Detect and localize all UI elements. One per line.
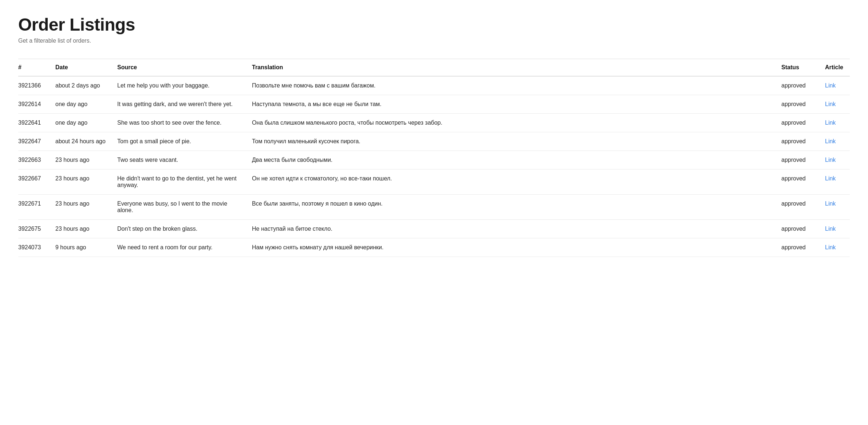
table-row: 3922647about 24 hours agoTom got a small… xyxy=(18,132,850,151)
table-row: 3922614one day agoIt was getting dark, a… xyxy=(18,95,850,114)
cell-id: 3922667 xyxy=(18,169,51,195)
table-row: 392266723 hours agoHe didn't want to go … xyxy=(18,169,850,195)
col-header-date: Date xyxy=(51,59,113,77)
cell-status: approved xyxy=(777,76,821,95)
col-header-hash: # xyxy=(18,59,51,77)
cell-id: 3922647 xyxy=(18,132,51,151)
col-header-article: Article xyxy=(821,59,850,77)
table-row: 3922641one day agoShe was too short to s… xyxy=(18,114,850,132)
cell-source: Let me help you with your baggage. xyxy=(113,76,248,95)
cell-status: approved xyxy=(777,114,821,132)
table-row: 392267123 hours agoEveryone was busy, so… xyxy=(18,195,850,220)
col-header-status: Status xyxy=(777,59,821,77)
cell-article-link[interactable]: Link xyxy=(821,132,850,151)
cell-source: It was getting dark, and we weren't ther… xyxy=(113,95,248,114)
cell-date: 23 hours ago xyxy=(51,169,113,195)
article-link[interactable]: Link xyxy=(825,138,836,144)
table-header: # Date Source Translation Status Article xyxy=(18,59,850,77)
cell-id: 3922663 xyxy=(18,151,51,169)
cell-status: approved xyxy=(777,169,821,195)
cell-article-link[interactable]: Link xyxy=(821,151,850,169)
article-link[interactable]: Link xyxy=(825,200,836,207)
cell-date: 23 hours ago xyxy=(51,220,113,238)
cell-status: approved xyxy=(777,151,821,169)
cell-status: approved xyxy=(777,195,821,220)
cell-article-link[interactable]: Link xyxy=(821,220,850,238)
cell-translation: Она была слишком маленького роста, чтобы… xyxy=(248,114,777,132)
page-title: Order Listings xyxy=(18,15,850,35)
col-header-translation: Translation xyxy=(248,59,777,77)
table-row: 3921366about 2 days agoLet me help you w… xyxy=(18,76,850,95)
article-link[interactable]: Link xyxy=(825,82,836,89)
cell-date: 9 hours ago xyxy=(51,238,113,257)
cell-article-link[interactable]: Link xyxy=(821,114,850,132)
cell-id: 3921366 xyxy=(18,76,51,95)
cell-date: one day ago xyxy=(51,114,113,132)
article-link[interactable]: Link xyxy=(825,244,836,250)
table-body: 3921366about 2 days agoLet me help you w… xyxy=(18,76,850,257)
page-header: Order Listings Get a filterable list of … xyxy=(18,15,850,44)
orders-table: # Date Source Translation Status Article… xyxy=(18,59,850,257)
cell-article-link[interactable]: Link xyxy=(821,95,850,114)
cell-translation: Позвольте мне помочь вам с вашим багажом… xyxy=(248,76,777,95)
cell-translation: Он не хотел идти к стоматологу, но все-т… xyxy=(248,169,777,195)
cell-status: approved xyxy=(777,220,821,238)
cell-source: Don't step on the broken glass. xyxy=(113,220,248,238)
cell-date: about 2 days ago xyxy=(51,76,113,95)
cell-id: 3922675 xyxy=(18,220,51,238)
cell-source: She was too short to see over the fence. xyxy=(113,114,248,132)
cell-date: 23 hours ago xyxy=(51,151,113,169)
article-link[interactable]: Link xyxy=(825,175,836,182)
article-link[interactable]: Link xyxy=(825,226,836,232)
cell-source: He didn't want to go to the dentist, yet… xyxy=(113,169,248,195)
cell-id: 3922641 xyxy=(18,114,51,132)
cell-id: 3922614 xyxy=(18,95,51,114)
orders-table-container: # Date Source Translation Status Article… xyxy=(18,59,850,257)
cell-source: Tom got a small piece of pie. xyxy=(113,132,248,151)
cell-translation: Все были заняты, поэтому я пошел в кино … xyxy=(248,195,777,220)
cell-translation: Том получил маленький кусочек пирога. xyxy=(248,132,777,151)
cell-status: approved xyxy=(777,238,821,257)
cell-id: 3922671 xyxy=(18,195,51,220)
table-row: 392266323 hours agoTwo seats were vacant… xyxy=(18,151,850,169)
cell-date: 23 hours ago xyxy=(51,195,113,220)
table-row: 39240739 hours agoWe need to rent a room… xyxy=(18,238,850,257)
col-header-source: Source xyxy=(113,59,248,77)
cell-article-link[interactable]: Link xyxy=(821,76,850,95)
cell-translation: Нам нужно снять комнату для нашей вечери… xyxy=(248,238,777,257)
cell-source: Everyone was busy, so I went to the movi… xyxy=(113,195,248,220)
table-row: 392267523 hours agoDon't step on the bro… xyxy=(18,220,850,238)
cell-date: one day ago xyxy=(51,95,113,114)
cell-status: approved xyxy=(777,95,821,114)
article-link[interactable]: Link xyxy=(825,120,836,126)
cell-date: about 24 hours ago xyxy=(51,132,113,151)
cell-article-link[interactable]: Link xyxy=(821,195,850,220)
cell-source: Two seats were vacant. xyxy=(113,151,248,169)
cell-translation: Два места были свободными. xyxy=(248,151,777,169)
cell-article-link[interactable]: Link xyxy=(821,238,850,257)
cell-status: approved xyxy=(777,132,821,151)
cell-translation: Наступала темнота, а мы все еще не были … xyxy=(248,95,777,114)
article-link[interactable]: Link xyxy=(825,101,836,107)
page-subtitle: Get a filterable list of orders. xyxy=(18,38,850,44)
cell-translation: Не наступай на битое стекло. xyxy=(248,220,777,238)
cell-id: 3924073 xyxy=(18,238,51,257)
cell-article-link[interactable]: Link xyxy=(821,169,850,195)
cell-source: We need to rent a room for our party. xyxy=(113,238,248,257)
article-link[interactable]: Link xyxy=(825,157,836,163)
